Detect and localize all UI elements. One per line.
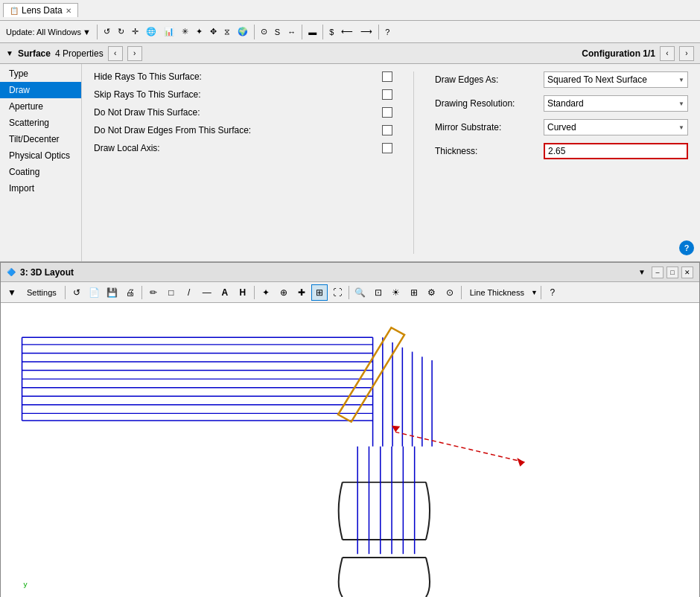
settings-caret-icon[interactable]: ▼ <box>4 284 20 301</box>
mirror-substrate-dropdown[interactable]: Curved ▼ <box>544 119 688 135</box>
no-draw-edges-checkbox[interactable] <box>382 125 392 135</box>
toolbar-sep-4 <box>322 25 323 39</box>
update-menu[interactable]: Update: All Windows ▼ <box>3 26 94 38</box>
nav-item-type[interactable]: Type <box>0 66 81 82</box>
thickness-input[interactable] <box>544 143 688 159</box>
layout-icon: 🔷 <box>7 268 16 276</box>
layout-dropdown-icon[interactable]: ▼ <box>635 266 649 278</box>
skip-rays-checkbox[interactable] <box>382 89 392 100</box>
nav-item-physical-optics[interactable]: Physical Optics <box>0 147 81 164</box>
toolbar-icon-14[interactable]: ▬ <box>305 26 319 38</box>
hline-icon[interactable]: — <box>199 284 215 301</box>
toolbar-icon-13[interactable]: ↔ <box>284 26 299 38</box>
copy-icon[interactable]: 📄 <box>86 284 103 301</box>
right-form-col: Draw Edges As: Squared To Next Surface ▼… <box>435 71 688 254</box>
left-form-col: Hide Rays To This Surface: Skip Rays To … <box>94 71 392 254</box>
toolbar-icon-12[interactable]: S <box>272 26 283 38</box>
line-thickness-arrow[interactable]: ▼ <box>531 289 538 296</box>
surface-collapse-icon[interactable]: ▼ <box>6 49 13 57</box>
pan-icon[interactable]: ☀ <box>388 284 404 301</box>
nav-item-tilt-decenter[interactable]: Tilt/Decenter <box>0 131 81 147</box>
text-icon[interactable]: A <box>217 284 233 301</box>
zoom-icon[interactable]: 🔍 <box>352 284 369 301</box>
save-icon[interactable]: 💾 <box>104 284 121 301</box>
hide-rays-checkbox[interactable] <box>382 71 392 82</box>
frame-icon[interactable]: ⊞ <box>311 284 328 301</box>
properties-form: Hide Rays To This Surface: Skip Rays To … <box>82 64 700 261</box>
surface-next-button[interactable]: › <box>127 46 142 61</box>
move-icon[interactable]: ⛶ <box>329 284 346 301</box>
toolbar-help-icon[interactable]: ? <box>382 26 392 38</box>
cross-icon[interactable]: ✚ <box>293 284 310 301</box>
toolbar-icon-2[interactable]: ↻ <box>115 25 127 38</box>
refresh-icon[interactable]: ↺ <box>69 284 85 301</box>
drawing-res-dropdown[interactable]: Standard ▼ <box>544 95 688 112</box>
nav-item-import[interactable]: Import <box>0 180 81 197</box>
arrow-icon[interactable]: H <box>235 284 251 301</box>
toolbar-icon-15[interactable]: $ <box>326 26 337 38</box>
restore-button[interactable]: □ <box>666 266 678 278</box>
zoom-window-icon[interactable]: ⊡ <box>370 284 386 301</box>
toolbar-sep-5 <box>378 25 379 39</box>
no-draw-checkbox[interactable] <box>382 107 392 118</box>
scatter-icon[interactable]: ✦ <box>258 284 274 301</box>
config-prev-button[interactable]: ‹ <box>660 46 675 61</box>
toolbar-icon-3[interactable]: ✛ <box>129 25 141 38</box>
canvas-area: y <box>1 303 699 597</box>
toolbar-icon-16[interactable]: ⟵ <box>338 25 356 38</box>
close-tab-button[interactable]: ✕ <box>66 7 71 15</box>
drawing-res-label: Drawing Resolution: <box>435 98 539 109</box>
lt-sep-6 <box>541 286 541 299</box>
mirror-substrate-arrow: ▼ <box>678 124 684 131</box>
toolbar-icon-6[interactable]: ✳ <box>179 25 191 38</box>
toolbar-sep-3 <box>302 25 302 39</box>
nav-item-scattering[interactable]: Scattering <box>0 115 81 131</box>
lt-sep-3 <box>254 286 255 299</box>
help-icon[interactable]: ? <box>679 240 694 255</box>
minimize-button[interactable]: – <box>652 266 664 278</box>
line-thickness-label[interactable]: Line Thickness <box>465 287 529 298</box>
toolbar-icon-11[interactable]: ⊙ <box>258 25 270 38</box>
axis-icon[interactable]: ⊕ <box>276 284 292 301</box>
draw-edges-dropdown[interactable]: Squared To Next Surface ▼ <box>544 71 688 88</box>
layout-help-icon[interactable]: ? <box>544 284 561 301</box>
config-section: Configuration 1/1 ‹ › <box>582 46 694 61</box>
close-button[interactable]: ✕ <box>681 266 693 278</box>
rect-icon[interactable]: □ <box>163 284 179 301</box>
layout-title-left: 🔷 3: 3D Layout <box>7 267 74 278</box>
mirror-substrate-label: Mirror Substrate: <box>435 122 539 133</box>
surface-prev-button[interactable]: ‹ <box>108 46 123 61</box>
skip-rays-label: Skip Rays To This Surface: <box>94 89 376 100</box>
toolbar-icon-8[interactable]: ✥ <box>207 25 220 38</box>
draw-axis-checkbox[interactable] <box>382 143 392 153</box>
toolbar-icon-5[interactable]: 📊 <box>161 25 177 38</box>
toolbar-icon-17[interactable]: ⟶ <box>357 25 375 38</box>
layout-toolbar: ▼ Settings ↺ 📄 💾 🖨 ✏ □ / — A H ✦ ⊕ ✚ ⊞ ⛶… <box>1 282 699 303</box>
svg-rect-18 <box>338 328 404 421</box>
lt-sep-4 <box>349 286 349 299</box>
lt-sep-1 <box>65 286 66 299</box>
nav-item-draw[interactable]: Draw <box>0 82 81 98</box>
nav-item-coating[interactable]: Coating <box>0 164 81 180</box>
lens-data-tab[interactable]: 📋 Lens Data ✕ <box>3 3 78 17</box>
title-bar: 📋 Lens Data ✕ <box>0 0 700 21</box>
draw-edges-arrow: ▼ <box>678 77 684 83</box>
target-icon[interactable]: ⊞ <box>406 284 422 301</box>
gear-icon[interactable]: ⚙ <box>424 284 440 301</box>
pencil-icon[interactable]: ✏ <box>145 284 162 301</box>
line-icon[interactable]: / <box>181 284 197 301</box>
circle-icon[interactable]: ⊙ <box>442 284 458 301</box>
settings-label[interactable]: Settings <box>22 287 62 298</box>
toolbar-icon-10[interactable]: 🌍 <box>235 25 251 38</box>
toolbar-sep-1 <box>97 25 98 39</box>
surface-properties-count: 4 Properties <box>55 48 104 59</box>
thickness-label: Thickness: <box>435 146 539 156</box>
toolbar-icon-4[interactable]: 🌐 <box>143 25 159 38</box>
print-icon[interactable]: 🖨 <box>122 284 139 301</box>
toolbar-icon-1[interactable]: ↺ <box>101 25 113 38</box>
config-next-button[interactable]: › <box>679 46 694 61</box>
nav-item-aperture[interactable]: Aperture <box>0 98 81 115</box>
layout-title-bar: 🔷 3: 3D Layout ▼ – □ ✕ <box>1 263 699 282</box>
toolbar-icon-7[interactable]: ✦ <box>193 25 206 38</box>
toolbar-icon-9[interactable]: ⧖ <box>221 25 233 38</box>
